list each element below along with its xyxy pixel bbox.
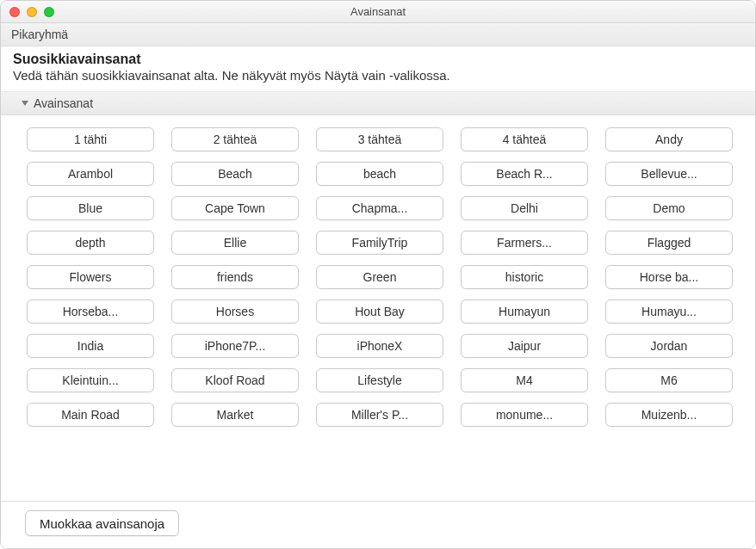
keywords-label: Avainsanat — [34, 96, 93, 110]
keyword-chip[interactable]: Ellie — [171, 231, 299, 255]
keyword-chip[interactable]: monume... — [461, 403, 588, 427]
keyword-chip[interactable]: Hout Bay — [316, 299, 443, 324]
keyword-chip[interactable]: Market — [171, 403, 299, 427]
favorites-title: Suosikkiavainsanat — [13, 52, 743, 67]
minimize-icon[interactable] — [27, 7, 37, 17]
keyword-chip[interactable]: Arambol — [27, 162, 154, 186]
quickgroup-label: Pikaryhmä — [11, 28, 68, 41]
keyword-chip[interactable]: Chapma... — [316, 196, 443, 220]
keyword-chip[interactable]: Green — [316, 265, 443, 289]
keyword-chip[interactable]: Blue — [27, 196, 154, 220]
keyword-chip[interactable]: Jordan — [605, 334, 733, 358]
keyword-chip[interactable]: Muizenb... — [605, 403, 733, 427]
favorites-hint: Vedä tähän suosikkiavainsanat alta. Ne n… — [13, 68, 743, 83]
keyword-chip[interactable]: India — [27, 334, 154, 358]
keywords-header[interactable]: Avainsanat — [1, 92, 755, 115]
keyword-chip[interactable]: Flowers — [27, 265, 154, 289]
close-icon[interactable] — [9, 7, 20, 17]
favorites-block: Suosikkiavainsanat Vedä tähän suosikkiav… — [1, 46, 755, 92]
keyword-chip[interactable]: Horseba... — [27, 299, 154, 324]
keyword-chip[interactable]: 1 tähti — [27, 127, 154, 151]
window-title: Avainsanat — [1, 5, 755, 18]
keyword-chip[interactable]: Humayu... — [605, 299, 733, 324]
keyword-chip[interactable]: Flagged — [605, 231, 733, 255]
keyword-chip[interactable]: Miller's P... — [316, 403, 443, 427]
keyword-chip[interactable]: Horse ba... — [605, 265, 733, 289]
keyword-chip[interactable]: beach — [316, 162, 443, 186]
keyword-chip[interactable]: Horses — [171, 299, 299, 324]
keyword-chip[interactable]: Andy — [605, 127, 733, 151]
keyword-chip[interactable]: Jaipur — [461, 334, 588, 358]
keyword-chip[interactable]: Beach — [171, 162, 299, 186]
keyword-chip[interactable]: Cape Town — [171, 196, 299, 220]
keyword-chip[interactable]: Kloof Road — [171, 368, 299, 392]
edit-keywords-button[interactable]: Muokkaa avainsanoja — [25, 510, 179, 536]
quickgroup-header[interactable]: Pikaryhmä — [1, 23, 755, 46]
keyword-chip[interactable]: historic — [461, 265, 588, 289]
keyword-chip[interactable]: M4 — [461, 368, 588, 392]
keyword-chip[interactable]: Lifestyle — [316, 368, 443, 392]
window-titlebar: Avainsanat — [1, 1, 755, 23]
keyword-chip[interactable]: 4 tähteä — [461, 127, 588, 151]
keyword-chip[interactable]: Humayun — [461, 299, 588, 324]
maximize-icon[interactable] — [44, 7, 54, 17]
keyword-chip[interactable]: Kleintuin... — [27, 368, 154, 392]
traffic-lights — [1, 7, 54, 17]
keywords-area: 1 tähti2 tähteä3 tähteä4 tähteäAndyAramb… — [1, 115, 755, 501]
keyword-chip[interactable]: Farmers... — [461, 231, 588, 255]
keyword-chip[interactable]: depth — [27, 231, 154, 255]
keyword-chip[interactable]: iPhoneX — [316, 334, 443, 358]
keyword-chip[interactable]: 3 tähteä — [316, 127, 443, 151]
keyword-chip[interactable]: Bellevue... — [605, 162, 733, 186]
keyword-chip[interactable]: M6 — [605, 368, 733, 392]
keyword-chip[interactable]: FamilyTrip — [316, 231, 443, 255]
keyword-chip[interactable]: Delhi — [461, 196, 588, 220]
keyword-chip[interactable]: Demo — [605, 196, 733, 220]
keyword-chip[interactable]: Main Road — [27, 403, 154, 427]
keywords-grid: 1 tähti2 tähteä3 tähteä4 tähteäAndyAramb… — [27, 127, 740, 427]
chevron-down-icon — [22, 101, 28, 106]
footer: Muokkaa avainsanoja — [1, 501, 755, 548]
keyword-chip[interactable]: 2 tähteä — [171, 127, 299, 151]
keyword-chip[interactable]: iPhone7P... — [171, 334, 299, 358]
keyword-chip[interactable]: Beach R... — [461, 162, 588, 186]
keyword-chip[interactable]: friends — [171, 265, 299, 289]
